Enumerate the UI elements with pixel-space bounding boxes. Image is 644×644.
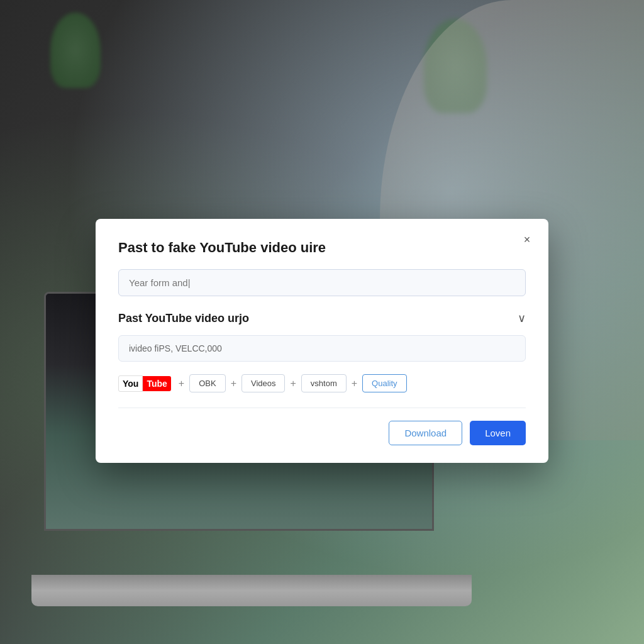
plus-2: + bbox=[231, 378, 236, 389]
chevron-down-icon[interactable]: ∨ bbox=[518, 311, 526, 325]
convert-button[interactable]: Loven bbox=[470, 421, 526, 445]
modal-title: Past to fake YouTube video uire bbox=[118, 239, 526, 257]
section-header: Past YouTube video urjo ∨ bbox=[118, 311, 526, 325]
modal-overlay: × Past to fake YouTube video uire Past Y… bbox=[0, 0, 644, 644]
format-info-row: ivideo fiPS, VELCC,000 bbox=[118, 335, 526, 362]
option-chip-videos[interactable]: Videos bbox=[242, 374, 286, 392]
options-row: You Tube + OBK + Videos + vshtom + Quali… bbox=[118, 374, 526, 392]
plus-1: + bbox=[179, 378, 184, 389]
plus-3: + bbox=[290, 378, 296, 389]
option-chip-obk[interactable]: OBK bbox=[189, 374, 225, 392]
option-chip-vshtom[interactable]: vshtom bbox=[301, 374, 347, 392]
divider bbox=[118, 408, 526, 408]
section-label: Past YouTube video urjo bbox=[118, 312, 249, 325]
modal-close-button[interactable]: × bbox=[518, 231, 536, 249]
modal-footer: Download Loven bbox=[118, 421, 526, 445]
plus-4: + bbox=[352, 378, 357, 389]
url-input[interactable] bbox=[118, 269, 526, 296]
youtube-downloader-modal: × Past to fake YouTube video uire Past Y… bbox=[96, 219, 548, 464]
download-button[interactable]: Download bbox=[389, 421, 462, 445]
option-chip-quality[interactable]: Quality bbox=[362, 374, 406, 392]
youtube-logo: You Tube bbox=[118, 375, 171, 392]
youtube-you-text: You bbox=[118, 375, 143, 392]
youtube-tube-text: Tube bbox=[143, 376, 170, 391]
